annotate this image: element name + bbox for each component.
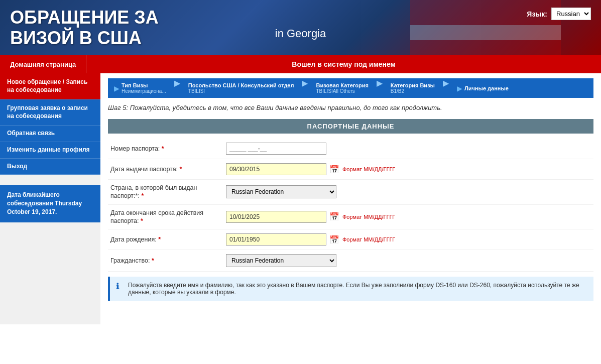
sidebar-logout[interactable]: Выход [0, 159, 100, 175]
required-star1: * [162, 145, 164, 152]
calendar-icon-issue[interactable]: 📅 [329, 165, 339, 174]
required-star3: * [141, 192, 144, 199]
required-star6: * [152, 257, 154, 264]
date-format-label1: Формат ММ/ДД/ГГГГ [342, 166, 395, 172]
info-icon: ℹ [116, 282, 124, 291]
citizenship-select[interactable]: Russian Federation United States Georgia… [226, 254, 336, 267]
step5-content: Личные данные [464, 85, 509, 91]
info-text: Пожалуйста введите имя и фамилию, так ка… [128, 282, 587, 296]
step-visa-type[interactable]: ▶ Тип Визы Неиммиграциона... [108, 78, 172, 98]
passport-expiry-row: Дата окончания срока действия паспорта: … [108, 205, 593, 230]
step-visa-class[interactable]: Категория Визы B1/B2 [385, 78, 441, 98]
step2-content: Посольство США / Консульский отдел TBILI… [188, 82, 294, 94]
step3-content: Визовая Категория TBILISIAll Others [316, 82, 368, 94]
header-logo: ОБРАЩЕНИЕ ЗА ВИЗОЙ В США [10, 7, 159, 49]
steps-breadcrumb: ▶ Тип Визы Неиммиграциона... ▶ Посольств… [108, 78, 593, 98]
calendar-icon-expiry[interactable]: 📅 [329, 212, 339, 221]
passport-issue-input[interactable] [226, 163, 326, 175]
sidebar: Новое обращение / Запись на собеседовани… [0, 73, 100, 324]
required-star5: * [158, 236, 161, 243]
step5-arrow: ▶ [457, 84, 462, 92]
sidebar-edit-profile[interactable]: Изменить данные профиля [0, 142, 100, 159]
passport-country-label: Страна, в которой был выдан паспорт:*: * [110, 184, 226, 200]
arrow2: ▶ [302, 78, 308, 98]
navbar: Домашняя страница Вошел в систему под им… [0, 55, 601, 73]
step-visa-category[interactable]: Визовая Категория TBILISIAll Others [310, 78, 374, 98]
nav-logged-in: Вошел в систему под именем [86, 55, 601, 73]
info-box: ℹ Пожалуйста введите имя и фамилию, так … [108, 277, 593, 301]
date-format-label3: Формат ММ/ДД/ГГГГ [342, 236, 395, 242]
passport-country-select[interactable]: Russian Federation United States Georgia… [226, 185, 336, 198]
sidebar-feedback[interactable]: Обратная связь [0, 126, 100, 142]
content-area: ▶ Тип Визы Неиммиграциона... ▶ Посольств… [100, 73, 601, 324]
header: ОБРАЩЕНИЕ ЗА ВИЗОЙ В США in Georgia Язык… [0, 0, 601, 55]
step-info-text: Шаг 5: Пожалуйста, убедитесь в том, что … [108, 104, 593, 111]
dob-label: Дата рождения: * [110, 235, 226, 244]
step1-content: Тип Визы Неиммиграциона... [122, 82, 166, 94]
date-format-label2: Формат ММ/ДД/ГГГГ [342, 214, 395, 220]
passport-expiry-input[interactable] [226, 211, 326, 223]
dob-field: 📅 Формат ММ/ДД/ГГГГ [226, 233, 591, 246]
passport-number-input[interactable] [226, 143, 326, 155]
arrow1: ▶ [174, 78, 180, 98]
main-container: Новое обращение / Запись на собеседовани… [0, 73, 601, 324]
required-star4: * [141, 217, 143, 224]
passport-country-field: Russian Federation United States Georgia… [226, 185, 591, 198]
passport-number-field [226, 143, 591, 155]
calendar-icon-dob[interactable]: 📅 [329, 235, 339, 245]
sidebar-new-application[interactable]: Новое обращение / Запись на собеседовани… [0, 73, 100, 99]
arrow3: ▶ [377, 78, 383, 98]
step-personal-data[interactable]: ▶ Личные данные [451, 78, 515, 98]
dob-input[interactable] [226, 233, 326, 246]
passport-number-row: Номер паспорта: * [108, 139, 593, 159]
citizenship-field: Russian Federation United States Georgia… [226, 254, 591, 267]
passport-number-label: Номер паспорта: * [110, 145, 226, 153]
lang-label: Язык: [527, 10, 547, 18]
passport-country-row: Страна, в которой был выдан паспорт:*: *… [108, 180, 593, 205]
dob-row: Дата рождения: * 📅 Формат ММ/ДД/ГГГГ [108, 229, 593, 250]
nav-home[interactable]: Домашняя страница [0, 55, 86, 73]
section-passport-header: ПАСПОРТНЫЕ ДАННЫЕ [108, 119, 593, 134]
site-title: ОБРАЩЕНИЕ ЗА ВИЗОЙ В США [10, 7, 159, 49]
step1-arrow: ▶ [114, 84, 119, 92]
passport-issue-row: Дата выдачи паспорта: * 📅 Формат ММ/ДД/Г… [108, 159, 593, 180]
location-subtitle: in Georgia [275, 27, 326, 40]
step4-content: Категория Визы B1/B2 [391, 82, 435, 94]
citizenship-label: Гражданство: * [110, 257, 226, 265]
arrow4: ▶ [443, 78, 449, 98]
required-star2: * [180, 166, 182, 173]
passport-issue-label: Дата выдачи паспорта: * [110, 165, 226, 173]
passport-expiry-label: Дата окончания срока действия паспорта: … [110, 209, 226, 225]
sidebar-group-application[interactable]: Групповая заявка о записи на собеседован… [0, 99, 100, 126]
step-embassy[interactable]: Посольство США / Консульский отдел TBILI… [182, 78, 300, 98]
passport-issue-field: 📅 Формат ММ/ДД/ГГГГ [226, 163, 591, 175]
passport-expiry-field: 📅 Формат ММ/ДД/ГГГГ [226, 211, 591, 223]
lang-select[interactable]: Russian English [551, 8, 591, 20]
citizenship-row: Гражданство: * Russian Federation United… [108, 250, 593, 272]
sidebar-appointment-info: Дата ближайшего собеседования Thursday O… [0, 185, 100, 222]
language-selector[interactable]: Язык: Russian English [527, 8, 591, 20]
